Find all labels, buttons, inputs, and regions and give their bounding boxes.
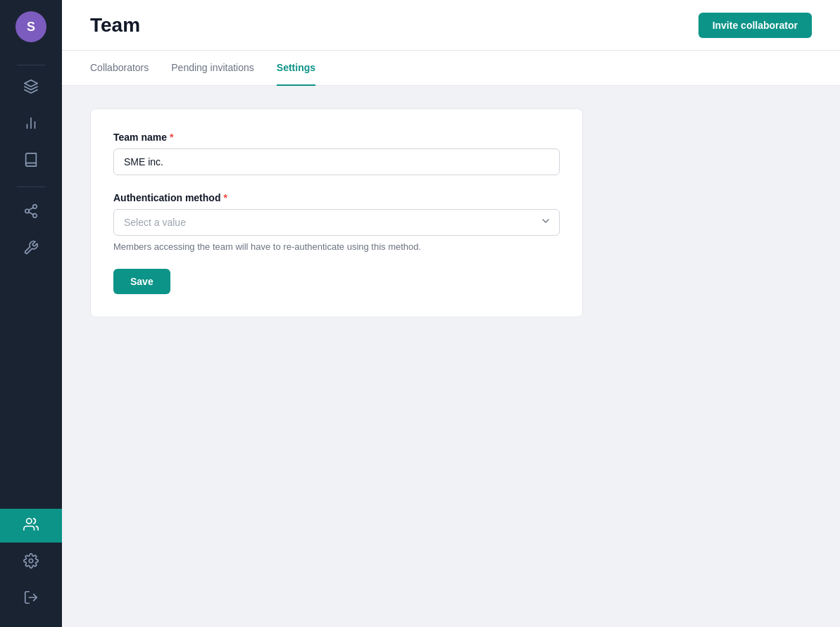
team-name-label: Team name * (113, 132, 560, 143)
logout-icon (23, 590, 39, 608)
save-button[interactable]: Save (113, 269, 170, 294)
sidebar-item-settings[interactable] (0, 545, 62, 579)
sidebar-item-wrench[interactable] (0, 232, 62, 266)
gear-icon (23, 553, 39, 571)
page-header: Team Invite collaborator (62, 0, 840, 51)
sidebar-item-chart[interactable] (0, 108, 62, 141)
svg-point-9 (27, 519, 32, 524)
sidebar-item-team[interactable] (0, 509, 62, 543)
sidebar-item-logout[interactable] (0, 582, 62, 616)
auth-method-select-wrapper: Select a value (113, 209, 560, 236)
svg-line-7 (29, 212, 33, 215)
svg-marker-0 (25, 80, 37, 87)
main-content: Team Invite collaborator Collaborators P… (62, 0, 840, 627)
invite-collaborator-button[interactable]: Invite collaborator (698, 13, 812, 38)
sidebar-item-share[interactable] (0, 196, 62, 229)
sidebar-item-book[interactable] (0, 144, 62, 178)
sidebar: S (0, 0, 62, 627)
svg-line-8 (29, 208, 33, 210)
team-name-group: Team name * (113, 132, 560, 175)
wrench-icon (23, 240, 39, 258)
chart-icon (23, 115, 39, 134)
sidebar-divider-top (17, 65, 45, 65)
svg-point-10 (29, 559, 33, 563)
team-name-input[interactable] (113, 148, 560, 175)
tab-settings[interactable]: Settings (277, 51, 315, 86)
tab-pending-invitations[interactable]: Pending invitations (171, 51, 254, 86)
settings-card: Team name * Authentication method * Sele… (90, 108, 583, 317)
auth-method-select[interactable]: Select a value (113, 209, 560, 236)
required-star-name: * (170, 132, 173, 143)
required-star-auth: * (223, 192, 227, 203)
user-avatar[interactable]: S (15, 11, 46, 42)
layers-icon (23, 79, 39, 97)
auth-method-group: Authentication method * Select a value M… (113, 192, 560, 252)
tab-bar: Collaborators Pending invitations Settin… (62, 51, 840, 86)
people-icon (23, 517, 39, 535)
tab-collaborators[interactable]: Collaborators (90, 51, 149, 86)
page-content: Team name * Authentication method * Sele… (62, 86, 840, 340)
page-title: Team (90, 14, 140, 37)
book-icon (23, 152, 39, 170)
auth-method-label: Authentication method * (113, 192, 560, 203)
share-icon (23, 203, 39, 222)
sidebar-item-layers[interactable] (0, 71, 62, 105)
auth-method-hint: Members accessing the team will have to … (113, 241, 560, 252)
sidebar-divider-mid (17, 186, 45, 187)
sidebar-nav (0, 71, 62, 509)
sidebar-bottom (0, 509, 62, 616)
